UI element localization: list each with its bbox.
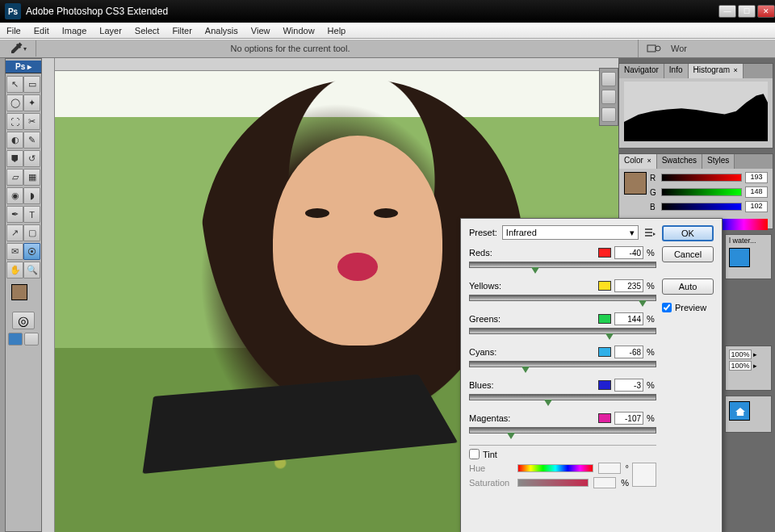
partial-panel-opacity: 100%▸ 100%▸ [725,346,772,391]
tab-histogram[interactable]: Histogram × [689,64,744,78]
tint-checkbox[interactable] [469,449,480,459]
toolbox-header[interactable]: Ps ▸ [6,61,41,73]
dock-item-icon[interactable] [601,72,616,86]
zoom-tool[interactable]: 🔍 [23,262,40,279]
gradient-tool[interactable]: ▦ [23,169,40,186]
eyedropper-tool-indicator[interactable]: ▾ [3,40,32,57]
preview-checkbox[interactable] [662,303,672,312]
svg-rect-0 [647,45,656,52]
value-g[interactable]: 148 [745,186,768,198]
slider-reds[interactable] [469,262,656,268]
hue-value[interactable] [598,463,621,474]
value-yellows[interactable] [614,279,643,292]
panel-color-swatch[interactable] [624,172,647,195]
preset-menu-icon[interactable] [643,226,656,239]
lasso-tool[interactable]: ◯ [6,94,23,111]
stamp-tool[interactable]: ⛊ [6,150,23,167]
screenmode-standard[interactable] [8,333,23,346]
heal-tool[interactable]: ◐ [6,132,23,149]
histogram-panel: Navigator Info Histogram × [618,63,773,149]
label-greens: Greens: [469,314,595,324]
auto-button[interactable]: Auto [662,279,714,295]
chevron-icon[interactable]: ▸ [753,350,757,358]
fill-value[interactable]: 100% [729,361,752,371]
ruler-vertical[interactable] [42,58,55,532]
brush-tool[interactable]: ✎ [23,132,40,149]
screenmode-full[interactable] [24,333,39,346]
slider-b[interactable] [661,203,742,211]
menu-layer[interactable]: Layer [93,26,128,36]
slider-cyans[interactable] [469,361,656,367]
dock-item-icon[interactable] [601,90,616,104]
tab-swatches[interactable]: Swatches [657,154,702,169]
menu-edit[interactable]: Edit [27,26,56,36]
blur-tool[interactable]: ◉ [6,187,23,204]
workspace-icon[interactable] [645,42,663,55]
shape-tool[interactable]: ▢ [23,224,40,241]
history-brush-tool[interactable]: ↺ [23,150,40,167]
workspace-label[interactable]: Wor [671,44,687,53]
opacity-value[interactable]: 100% [729,350,752,359]
eraser-tool[interactable]: ▱ [6,169,23,186]
image-subject-eye [374,208,398,218]
value-reds[interactable] [614,246,643,259]
eyedropper-tool[interactable]: ⦿ [23,243,40,260]
notes-tool[interactable]: ✉ [6,243,23,260]
menu-image[interactable]: Image [56,26,94,36]
hand-tool[interactable]: ✋ [6,262,23,279]
path-tool[interactable]: ↗ [6,224,23,241]
crop-tool[interactable]: ⛶ [6,113,23,130]
value-greens[interactable] [614,312,643,325]
slider-blues[interactable] [469,394,656,400]
toolbox: Ps ▸ ↖▭ ◯✦ ⛶✂ ◐✎ ⛊↺ ▱▦ ◉◗ ✒T ↗▢ ✉⦿ ✋🔍 ◎ [5,58,42,532]
type-tool[interactable]: T [23,206,40,223]
value-blues[interactable] [614,379,643,392]
hue-slider[interactable] [517,464,593,472]
slider-greens[interactable] [469,328,656,334]
sat-value[interactable] [593,477,616,488]
menu-help[interactable]: Help [321,26,353,36]
pen-tool[interactable]: ✒ [6,206,23,223]
menu-select[interactable]: Select [128,26,166,36]
menu-filter[interactable]: Filter [165,26,198,36]
quickmask-toggle[interactable]: ◎ [12,312,35,329]
cancel-button[interactable]: Cancel [662,246,714,262]
value-b[interactable]: 102 [745,201,768,212]
sat-slider[interactable] [517,479,589,487]
slider-yellows[interactable] [469,295,656,301]
slider-magentas[interactable] [469,427,656,434]
wand-tool[interactable]: ✦ [23,94,40,111]
move-tool[interactable]: ↖ [6,76,23,93]
value-cyans[interactable] [614,346,643,358]
tint-preview-swatch[interactable] [632,463,656,487]
menu-window[interactable]: Window [276,26,320,36]
menu-file[interactable]: File [0,26,27,36]
dodge-tool[interactable]: ◗ [23,187,40,204]
value-r[interactable]: 193 [745,172,768,183]
swatch-yellow [598,281,611,291]
menu-view[interactable]: View [245,26,277,36]
slice-tool[interactable]: ✂ [23,113,40,130]
value-magentas[interactable] [614,412,643,425]
slider-r[interactable] [661,174,742,182]
slider-g[interactable] [661,188,742,196]
close-button[interactable]: ✕ [757,5,775,18]
tab-color[interactable]: Color × [619,154,657,169]
ok-button[interactable]: OK [662,225,714,241]
tab-info[interactable]: Info [664,64,689,78]
maximize-button[interactable]: ☐ [738,5,756,18]
marquee-tool[interactable]: ▭ [23,76,40,93]
minimize-button[interactable]: — [718,5,736,18]
menu-analysis[interactable]: Analysis [199,26,245,36]
chevron-icon[interactable]: ▸ [753,362,757,370]
layer-thumbnail[interactable] [729,401,750,421]
preset-dropdown[interactable]: Infrared▾ [502,225,639,240]
dock-item-icon[interactable] [601,107,616,122]
ruler-horizontal[interactable] [55,58,618,71]
hue-label: Hue [469,463,513,473]
color-swatches[interactable] [10,284,37,308]
foreground-color[interactable] [11,284,27,300]
tab-navigator[interactable]: Navigator [619,64,664,78]
tab-styles[interactable]: Styles [702,154,735,169]
layer-thumbnail[interactable] [729,248,750,267]
